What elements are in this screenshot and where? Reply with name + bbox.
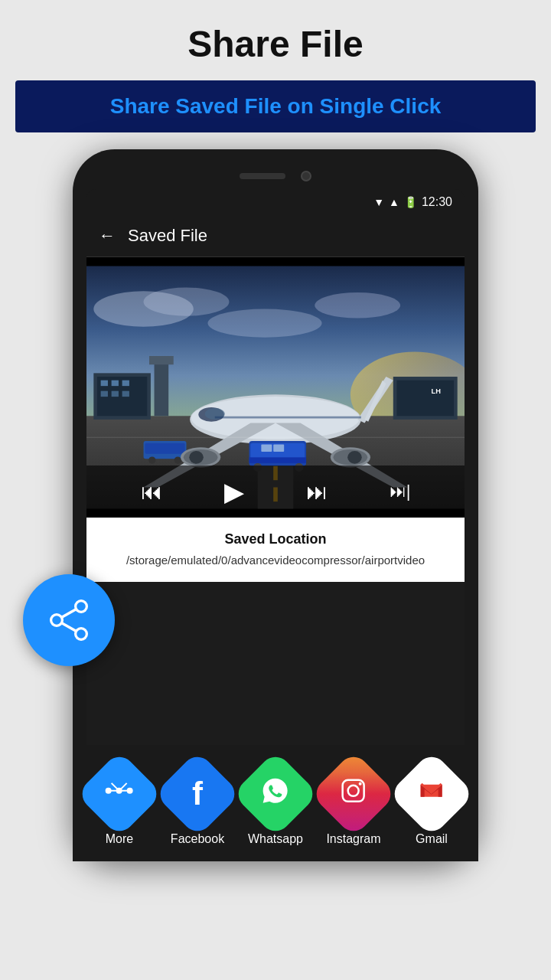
svg-point-6 [315, 292, 400, 318]
svg-rect-24 [396, 381, 454, 416]
share-bar: More f Facebook [86, 745, 465, 832]
gmail-icon [388, 750, 465, 832]
banner-text: Share Saved File on Single Click [110, 94, 442, 118]
video-controls: ⏮ ▶ ⏭ ⏭| [86, 466, 465, 518]
skip-end-button[interactable]: ⏭| [390, 482, 411, 501]
share-app-gmail[interactable]: Gmail [401, 763, 462, 832]
back-button[interactable]: ← [99, 226, 116, 246]
play-button[interactable]: ▶ [224, 476, 244, 507]
instagram-icon [310, 750, 396, 832]
svg-rect-19 [112, 391, 119, 397]
svg-point-42 [347, 451, 362, 464]
svg-text:LH: LH [432, 387, 442, 395]
svg-line-60 [112, 783, 119, 791]
svg-rect-15 [101, 381, 108, 386]
phone-top [86, 171, 465, 181]
svg-point-29 [148, 456, 155, 463]
phone-camera [301, 171, 311, 181]
saved-location-label: Saved Location [102, 531, 449, 547]
svg-point-30 [174, 456, 181, 463]
svg-line-61 [119, 783, 127, 791]
rewind-button[interactable]: ⏮ [141, 479, 162, 505]
share-app-instagram[interactable]: Instagram [323, 763, 384, 832]
share-icon [46, 597, 92, 643]
svg-rect-51 [273, 445, 284, 452]
page-title: Share File [0, 0, 551, 80]
status-icons: ▼ ▲ 🔋 12:30 [373, 195, 452, 209]
svg-rect-18 [101, 391, 108, 397]
svg-rect-52 [249, 457, 307, 462]
signal-icon: ▲ [389, 196, 399, 208]
app-bar: ← Saved File [86, 215, 465, 257]
svg-rect-17 [122, 381, 129, 386]
status-time: 12:30 [422, 195, 452, 209]
status-bar: ▼ ▲ 🔋 12:30 [86, 189, 465, 215]
saved-path: /storage/emulated/0/advancevideocompress… [102, 552, 449, 568]
svg-point-5 [207, 309, 321, 337]
phone-screen: ▼ ▲ 🔋 12:30 ← Saved File [86, 189, 465, 832]
svg-point-64 [348, 786, 359, 796]
saved-info: Saved Location /storage/emulated/0/advan… [86, 518, 465, 582]
phone-mockup: ▼ ▲ 🔋 12:30 ← Saved File [73, 149, 478, 861]
battery-icon: 🔋 [404, 196, 417, 208]
banner: Share Saved File on Single Click [15, 80, 536, 132]
share-app-more[interactable]: More [89, 763, 150, 832]
svg-point-75 [76, 629, 86, 639]
share-app-facebook[interactable]: f Facebook [167, 763, 228, 832]
svg-rect-28 [145, 443, 184, 454]
svg-rect-22 [149, 356, 174, 364]
share-fab[interactable] [23, 574, 115, 666]
video-container: LH [86, 257, 465, 518]
phone-speaker [240, 173, 285, 179]
svg-point-65 [359, 782, 362, 786]
facebook-icon: f [154, 750, 240, 832]
wifi-icon: ▼ [373, 196, 384, 208]
svg-point-39 [189, 451, 204, 464]
svg-point-73 [76, 601, 86, 612]
fast-forward-button[interactable]: ⏭ [306, 479, 328, 505]
share-app-whatsapp[interactable]: Whatsapp [245, 763, 306, 832]
svg-rect-20 [122, 391, 129, 397]
svg-rect-21 [155, 359, 169, 416]
svg-rect-16 [112, 381, 119, 386]
svg-rect-50 [261, 445, 272, 452]
app-bar-title: Saved File [128, 226, 207, 246]
more-icon [86, 750, 163, 832]
svg-point-74 [51, 615, 62, 626]
whatsapp-icon [232, 750, 318, 832]
svg-point-4 [144, 288, 230, 316]
